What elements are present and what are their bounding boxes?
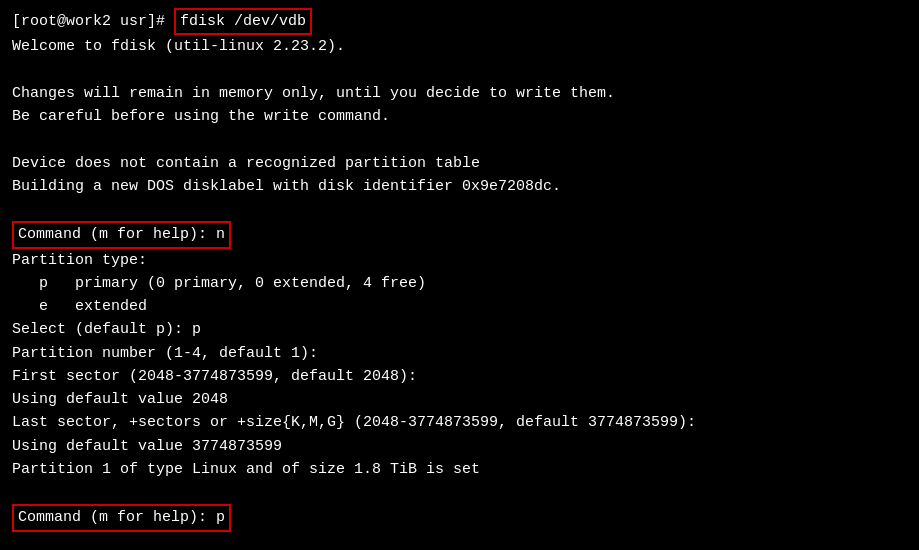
terminal-line-partition-type: Partition type: [12,249,907,272]
terminal-line-blank3 [12,198,907,221]
highlighted-command-block: Command (m for help): n [12,221,231,248]
terminal-line-extended-opt: e extended [12,295,907,318]
highlighted-command: fdisk /dev/vdb [174,8,312,35]
terminal-line-using-default-3774: Using default value 3774873599 [12,435,907,458]
terminal-line-primary-opt: p primary (0 primary, 0 extended, 4 free… [12,272,907,295]
prompt-text: [root@work2 usr]# [12,13,174,30]
terminal-line-blank4 [12,481,907,504]
terminal-line-last-sector: Last sector, +sectors or +size{K,M,G} (2… [12,411,907,434]
terminal-line-partition-set: Partition 1 of type Linux and of size 1.… [12,458,907,481]
terminal-line-careful-warn: Be careful before using the write comman… [12,105,907,128]
terminal-line-blank1 [12,59,907,82]
terminal-container: [root@work2 usr]# fdisk /dev/vdbWelcome … [12,8,907,532]
terminal-line-blank2 [12,128,907,151]
terminal-line-prompt-line: [root@work2 usr]# fdisk /dev/vdb [12,8,907,35]
terminal-line-changes-warn: Changes will remain in memory only, unti… [12,82,907,105]
terminal-line-first-sector: First sector (2048-3774873599, default 2… [12,365,907,388]
highlighted-command-block: Command (m for help): p [12,504,231,531]
terminal-line-device-note: Device does not contain a recognized par… [12,152,907,175]
terminal-line-select-default: Select (default p): p [12,318,907,341]
terminal-line-building: Building a new DOS disklabel with disk i… [12,175,907,198]
terminal-line-welcome: Welcome to fdisk (util-linux 2.23.2). [12,35,907,58]
terminal-line-command-p: Command (m for help): p [12,504,907,531]
terminal-line-command-n: Command (m for help): n [12,221,907,248]
terminal-line-using-default-2048: Using default value 2048 [12,388,907,411]
terminal-line-partition-number: Partition number (1-4, default 1): [12,342,907,365]
